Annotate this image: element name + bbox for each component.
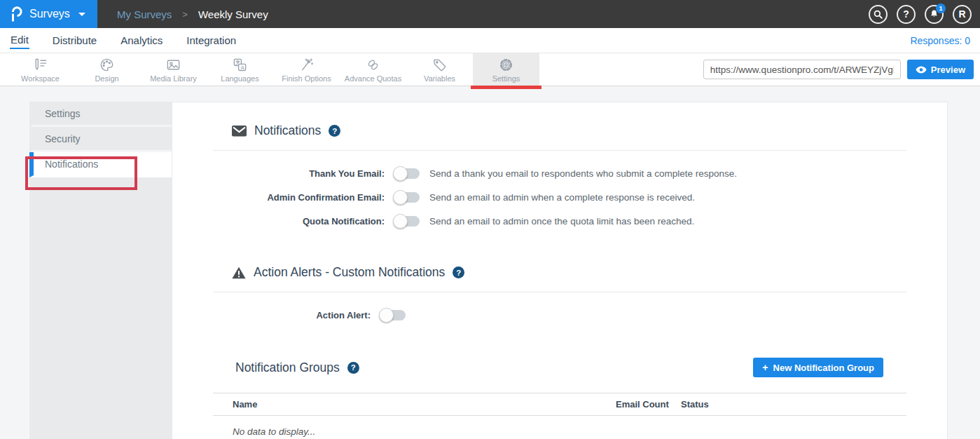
envelope-icon [232,126,247,137]
notification-badge: 1 [936,4,946,13]
toolbar-items: WorkspaceDesignMedia LibraryALanguagesFi… [7,53,539,86]
section-title: Notifications [254,123,321,138]
responses-count-link[interactable]: Responses: 0 [910,35,970,46]
toolbar-item-label: Finish Options [282,74,331,83]
toolbar-item-label: Languages [221,74,258,83]
edit-toolbar: WorkspaceDesignMedia LibraryALanguagesFi… [0,53,980,86]
settings-icon [498,56,514,73]
sidebar-item-settings[interactable]: Settings [29,102,172,127]
product-switcher[interactable]: Surveys [0,0,97,28]
search-icon[interactable] [869,5,888,24]
breadcrumb-current: Weekly Survey [198,8,268,20]
sidebar-item-security[interactable]: Security [29,127,172,152]
toolbar-item-media-library[interactable]: Media Library [140,53,207,86]
variables-icon [432,56,448,73]
toolbar-item-label: Settings [492,74,520,83]
help-badge-icon[interactable]: ? [329,125,340,137]
breadcrumb-separator: > [182,9,188,20]
plus-icon: + [762,362,768,373]
table-empty-message: No data to display... [233,426,906,437]
toolbar-item-finish-options[interactable]: Finish Options [273,53,340,86]
toggle-knob [393,166,408,181]
toolbar-item-label: Design [95,74,118,83]
toggle-row-action-alert: Action Alert: [213,303,906,327]
tab-analytics[interactable]: Analytics [120,33,163,48]
section-title: Action Alerts - Custom Notifications [254,265,445,280]
annotation-underline-settings [471,86,541,89]
primary-nav: EditDistributeAnalyticsIntegration Respo… [0,28,980,53]
toggle-knob [393,214,408,229]
breadcrumb: My Surveys > Weekly Survey [117,8,268,20]
chevron-down-icon [78,13,85,16]
action-alerts-section: Action Alerts - Custom Notifications ? A… [213,265,906,327]
help-icon[interactable]: ? [897,5,916,24]
notifications-section: Notifications ? Thank You Email:Send a t… [213,123,906,233]
toolbar-item-label: Workspace [21,74,60,83]
top-bar: Surveys My Surveys > Weekly Survey ? 1 R [0,0,980,28]
notification-groups-section: Notification Groups ? + New Notification… [213,358,906,437]
toggle-label: Admin Confirmation Email: [213,192,385,203]
toolbar-item-label: Advance Quotas [345,74,401,83]
toolbar-item-label: Media Library [150,74,197,83]
new-group-button-label: New Notification Group [773,363,874,373]
toggle-switch-admin-confirmation-email[interactable] [394,192,420,203]
toolbar-item-label: Variables [424,74,455,83]
settings-sidebar: SettingsSecurityNotifications [29,102,172,439]
new-notification-group-button[interactable]: + New Notification Group [753,358,883,377]
sidebar-item-notifications[interactable]: Notifications [29,152,172,177]
toggle-knob [393,190,408,205]
column-header-name: Name [213,399,616,410]
divider [213,150,906,151]
toggle-label: Quota Notification: [213,216,385,227]
finish-options-icon [298,56,315,73]
media-library-icon [165,56,181,73]
toggle-row-quota-notification: Quota Notification:Send an email to admi… [213,209,906,233]
notifications-bell-icon[interactable]: 1 [925,5,944,24]
toolbar-item-variables[interactable]: Variables [406,53,473,86]
table-header-row: NameEmail CountStatus [213,393,906,416]
warning-triangle-icon [232,266,246,279]
toggle-row-admin-confirmation-email: Admin Confirmation Email:Send an email t… [213,185,906,209]
column-header-status: Status [681,399,906,410]
tab-integration[interactable]: Integration [186,33,237,48]
toolbar-item-advance-quotas[interactable]: Advance Quotas [340,53,406,86]
settings-panel: Notifications ? Thank You Email:Send a t… [172,102,948,439]
notification-groups-table: NameEmail CountStatus No data to display… [213,393,906,437]
sidebar-item-label: Notifications [45,158,98,170]
notification-toggles: Thank You Email:Send a thank you email t… [213,161,906,233]
toggle-switch-quota-notification[interactable] [394,216,420,227]
toggle-row-thank-you-email: Thank You Email:Send a thank you email t… [213,161,906,185]
languages-icon: A [232,56,248,73]
content-area: SettingsSecurityNotifications Notificati… [0,86,980,439]
eye-icon [916,66,927,74]
preview-button-label: Preview [931,65,965,75]
tab-edit[interactable]: Edit [10,32,29,49]
toggle-switch-thank-you-email[interactable] [394,168,420,179]
toggle-switch-action-alert[interactable] [380,310,406,320]
svg-text:A: A [241,64,245,70]
section-header: Action Alerts - Custom Notifications ? [232,265,906,280]
toggle-knob [379,308,394,323]
toggle-description: Send an email to admin when a complete r… [429,192,695,203]
tab-distribute[interactable]: Distribute [52,33,97,48]
divider [213,292,906,292]
topbar-icons: ? 1 R [869,5,972,24]
toggle-description: Send a thank you email to respondents wh… [429,168,737,179]
section-title-row: Notification Groups ? [235,360,359,375]
questionpro-logo-icon [11,6,22,22]
toolbar-item-design[interactable]: Design [74,53,140,86]
toolbar-item-languages[interactable]: ALanguages [207,53,273,86]
survey-url-input[interactable] [703,60,901,79]
help-badge-icon[interactable]: ? [347,362,359,374]
column-header-email-count: Email Count [616,399,681,410]
workspace-icon [32,56,48,73]
section-title: Notification Groups [235,360,340,375]
toolbar-item-settings[interactable]: Settings [473,53,539,86]
avatar-initial: R [958,8,965,20]
preview-button[interactable]: Preview [907,60,974,79]
help-badge-icon[interactable]: ? [453,266,464,278]
breadcrumb-parent[interactable]: My Surveys [117,8,172,20]
toolbar-item-workspace[interactable]: Workspace [7,53,74,86]
avatar[interactable]: R [953,5,972,24]
sidebar-item-label: Settings [45,108,81,119]
